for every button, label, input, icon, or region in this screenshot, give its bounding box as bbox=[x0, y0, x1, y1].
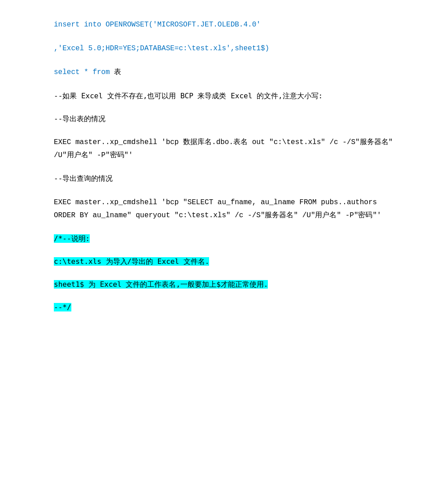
code-line-1: insert into OPENROWSET('MICROSOFT.JET.OL… bbox=[54, 18, 397, 31]
highlight-text-4: --*/ bbox=[54, 303, 71, 311]
comment-text-2: --导出表的情况 bbox=[54, 114, 105, 123]
exec-text-2: EXEC master..xp_cmdshell 'bcp "SELECT au… bbox=[54, 198, 381, 219]
exec-text-1: EXEC master..xp_cmdshell 'bcp 数据库名.dbo.表… bbox=[54, 138, 393, 159]
exec-line-2: EXEC master..xp_cmdshell 'bcp "SELECT au… bbox=[54, 196, 397, 222]
highlight-text-1: /*--说明: bbox=[54, 234, 90, 243]
comment-line-2: --导出表的情况 bbox=[54, 113, 397, 125]
comment-text-1: --如果 Excel 文件不存在,也可以用 BCP 来导成类 Excel 的文件… bbox=[54, 92, 323, 100]
code-text-1: insert into OPENROWSET('MICROSOFT.JET.OL… bbox=[54, 21, 261, 29]
highlight-line-4: --*/ bbox=[54, 301, 397, 313]
code-text-2: ,'Excel 5.0;HDR=YES;DATABASE=c:\test.xls… bbox=[54, 44, 269, 53]
select-keyword: select * from bbox=[54, 68, 114, 76]
main-content: insert into OPENROWSET('MICROSOFT.JET.OL… bbox=[27, 18, 397, 314]
comment-line-3: --导出查询的情况 bbox=[54, 172, 397, 184]
code-line-2: ,'Excel 5.0;HDR=YES;DATABASE=c:\test.xls… bbox=[54, 42, 397, 55]
exec-line-1: EXEC master..xp_cmdshell 'bcp 数据库名.dbo.表… bbox=[54, 136, 397, 162]
highlight-line-3: sheet1$ 为 Excel 文件的工作表名,一般要加上$才能正常使用. bbox=[54, 278, 397, 290]
highlight-text-3: sheet1$ 为 Excel 文件的工作表名,一般要加上$才能正常使用. bbox=[54, 280, 268, 289]
highlight-text-2: c:\test.xls 为导入/导出的 Excel 文件名. bbox=[54, 257, 209, 266]
table-name: 表 bbox=[114, 68, 121, 76]
comment-text-3: --导出查询的情况 bbox=[54, 174, 113, 183]
highlight-line-1: /*--说明: bbox=[54, 232, 397, 245]
code-line-3: select * from 表 bbox=[54, 66, 397, 79]
comment-line-1: --如果 Excel 文件不存在,也可以用 BCP 来导成类 Excel 的文件… bbox=[54, 90, 397, 102]
highlight-line-2: c:\test.xls 为导入/导出的 Excel 文件名. bbox=[54, 255, 397, 267]
